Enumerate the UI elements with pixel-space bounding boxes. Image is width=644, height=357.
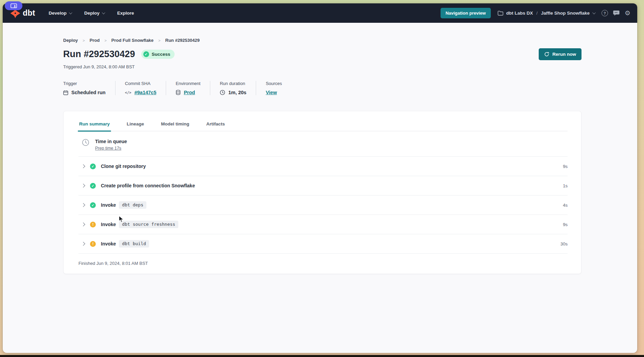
screen-share-badge[interactable] [5,1,22,10]
account-label: dbt Labs DX [506,11,533,16]
meta-column: Sources View [256,81,291,95]
chevron-right-icon[interactable] [81,203,85,207]
nav-menus: Develop Deploy Explore [49,11,134,16]
tab-artifacts[interactable]: Artifacts [205,120,226,131]
breadcrumb-item[interactable]: Prod [90,38,100,43]
run-step-row[interactable]: ! Invoke dbt source freshness 9s [78,215,568,234]
warning-icon: ! [90,222,96,227]
time-in-queue-row: Time in queue Prep time 17s [78,131,568,157]
top-navbar: dbt Develop Deploy Explore Navigation pr… [3,3,637,23]
meta-link[interactable]: View [266,90,277,95]
step-duration: 1s [563,183,568,188]
feedback-icon[interactable] [613,10,620,16]
rerun-now-button[interactable]: Rerun now [539,48,582,60]
calendar-icon [63,90,68,95]
status-badge: ✓ Success [141,50,175,59]
success-check-icon: ✓ [90,164,96,169]
gear-icon[interactable]: ⚙ [625,10,630,16]
dbt-logo-text: dbt [23,8,35,18]
meta-column: Environment Prod [166,81,210,95]
chevron-down-icon [69,11,72,14]
meta-link[interactable]: #9a147c5 [135,90,157,95]
account-project-switcher[interactable]: dbt Labs DX / Jaffle Shop Snowflake [498,11,595,16]
path-separator: / [536,11,538,16]
nav-menu-item[interactable]: Develop [49,11,71,16]
success-check-icon: ✓ [90,202,96,208]
run-step-row[interactable]: ✓ Clone git repository 9s [78,157,568,176]
success-check-icon: ✓ [90,183,96,189]
chevron-right-icon[interactable] [81,164,85,168]
step-duration: 9s [563,164,568,169]
nav-menu-item[interactable]: Deploy [84,11,104,16]
tab-model-timing[interactable]: Model timing [160,120,190,131]
breadcrumb-separator: > [158,38,160,42]
navigation-preview-button[interactable]: Navigation preview [441,8,491,18]
warning-icon: ! [90,241,96,247]
folder-icon [498,11,503,16]
success-check-icon: ✓ [143,51,149,57]
nav-menu-item[interactable]: Explore [117,11,134,16]
breadcrumb-item[interactable]: Prod Full Snowflake [111,38,154,43]
queue-title: Time in queue [95,139,127,144]
meta-link[interactable]: Prod [184,90,195,95]
chevron-right-icon[interactable] [81,222,85,226]
run-step-row[interactable]: ✓ Invoke dbt deps 4s [78,196,568,215]
clock-icon [220,90,225,95]
run-summary-card: Run summaryLineageModel timingArtifacts … [63,111,582,274]
tab-lineage[interactable]: Lineage [126,120,145,131]
breadcrumb-separator: > [83,38,85,42]
breadcrumb-item[interactable]: Deploy [63,38,78,43]
code-icon: </> [125,90,131,95]
meta-column: Run duration 1m, 20s [210,81,256,95]
step-duration: 30s [560,241,568,247]
breadcrumb-separator: > [104,38,106,42]
status-label: Success [152,52,171,57]
chevron-right-icon[interactable] [81,184,85,187]
meta-column: Trigger Scheduled run [63,81,115,95]
finished-timestamp: Finished Jun 9, 2024, 8:01 AM BST [78,254,568,274]
database-icon [176,90,181,95]
breadcrumb: Deploy>Prod>Prod Full Snowflake>Run #292… [63,23,582,43]
project-label: Jaffle Shop Snowflake [541,11,590,16]
triggered-timestamp: Triggered Jun 9, 2024, 8:00 AM BST [63,64,582,69]
queue-clock-icon [82,139,89,146]
step-duration: 9s [563,222,568,227]
breadcrumb-item: Run #292530429 [165,38,200,43]
tab-bar: Run summaryLineageModel timingArtifacts [78,111,568,131]
prep-time-link[interactable]: Prep time 17s [95,146,121,151]
chevron-down-icon [592,11,596,14]
tab-run-summary[interactable]: Run summary [78,120,110,131]
screen-user-icon [11,3,17,8]
chevron-right-icon[interactable] [81,242,85,245]
run-step-row[interactable]: ! Invoke dbt build 30s [78,234,568,254]
run-metadata-row: Trigger Scheduled run Commit SHA </> #9a… [63,81,582,95]
meta-column: Commit SHA </> #9a147c5 [115,81,166,95]
app-window: dbt Develop Deploy Explore Navigation pr… [3,3,637,353]
run-steps-list: ✓ Clone git repository 9s ✓ Create profi… [78,157,568,254]
run-step-row[interactable]: ✓ Create profile from connection Snowfla… [78,176,568,196]
chevron-down-icon [102,11,105,14]
page-title: Run #292530429 [63,49,135,60]
step-duration: 4s [563,203,568,208]
help-icon[interactable]: ? [602,10,608,16]
refresh-icon [544,52,549,57]
background-bottom-strip [0,355,644,357]
run-detail-page: Deploy>Prod>Prod Full Snowflake>Run #292… [3,23,637,353]
